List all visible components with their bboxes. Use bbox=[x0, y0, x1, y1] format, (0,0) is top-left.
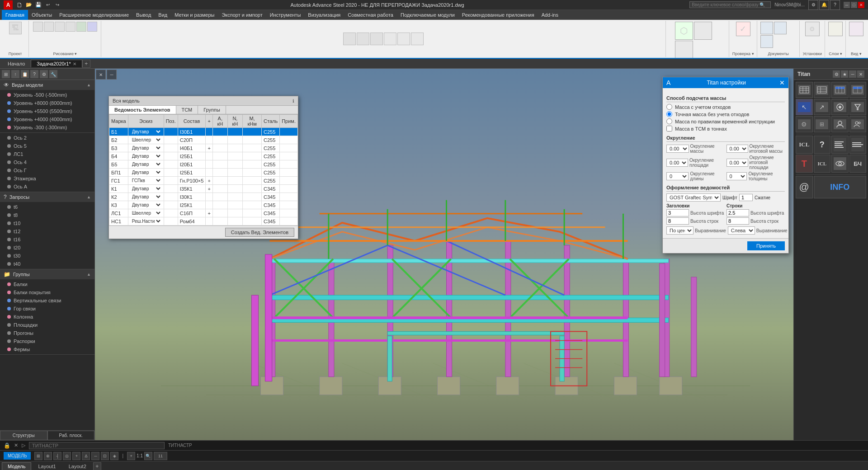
table-row[interactable]: К1ДвутаврI35К1+C345 bbox=[109, 185, 298, 193]
level-8000-item[interactable]: Уровень +8000 (8000mm) bbox=[0, 99, 94, 107]
table-row[interactable]: Б5ДвутаврI20Б1C255 bbox=[109, 160, 298, 169]
accept-btn[interactable]: Принять bbox=[747, 241, 785, 250]
headers-font-h1-input[interactable] bbox=[666, 209, 689, 216]
radio-temp-instr[interactable]: Масса по правилам временной инструкции bbox=[666, 118, 785, 124]
table-row[interactable]: К3ДвутаврI25К1C345 bbox=[109, 201, 298, 209]
ribbon-verify-btn[interactable]: ✓ bbox=[736, 22, 750, 36]
menu-export-import[interactable]: Экспорт и импорт bbox=[218, 10, 266, 20]
table-row[interactable]: Б3ДвутаврI40Б1+C255 bbox=[109, 144, 298, 152]
lp-btn2[interactable]: ↑ bbox=[11, 70, 19, 78]
ribbon-obj-btn4[interactable] bbox=[384, 33, 396, 45]
status-snap-icon[interactable]: ⊕ bbox=[44, 452, 52, 460]
t10-item[interactable]: t10 bbox=[0, 219, 94, 227]
ribbon-obj-btn2[interactable] bbox=[357, 33, 369, 45]
titan-btn-BH[interactable]: БЧ bbox=[849, 155, 867, 173]
create-elements-btn[interactable]: Создать Вед. Элементов bbox=[225, 228, 294, 237]
headers-row-h1-input[interactable] bbox=[666, 217, 689, 225]
ribbon-doc-btn2[interactable] bbox=[774, 22, 787, 34]
lp-btn6[interactable]: 🔧 bbox=[49, 70, 57, 78]
table-row[interactable]: К2ДвутаврI30К1C345 bbox=[109, 193, 298, 201]
table-row[interactable]: НС1Реш.НастилРомб4C345 bbox=[109, 217, 298, 226]
ribbon-obj-btn5[interactable] bbox=[397, 33, 410, 45]
titan-btn-ICL2[interactable]: ICL bbox=[814, 155, 831, 173]
ribbon-project-icon[interactable]: 🏗 bbox=[9, 22, 22, 34]
menu-tools[interactable]: Инструменты bbox=[266, 10, 305, 20]
status-dyn-icon[interactable]: ∆ bbox=[82, 452, 90, 460]
tab-groups[interactable]: Группы bbox=[198, 106, 226, 114]
status-add-icon[interactable]: + bbox=[127, 452, 135, 460]
table-row[interactable]: Б1ДвутаврI30Б1C255 bbox=[109, 128, 298, 136]
titan-btn-select1[interactable]: ↖ bbox=[796, 99, 813, 115]
titan-btn-table4[interactable] bbox=[849, 82, 867, 98]
bottom-tab-model[interactable]: Модель bbox=[2, 462, 31, 470]
table-row[interactable]: Б2ШвеллерC20ПC255 bbox=[109, 136, 298, 144]
round-total-mass-select[interactable]: 0.00 bbox=[726, 145, 748, 153]
lp-btn4[interactable]: ? bbox=[30, 70, 38, 78]
round-length-select[interactable]: 0 bbox=[666, 172, 689, 180]
axis2-item[interactable]: Ось 2 bbox=[0, 134, 94, 142]
titan-btn-table2[interactable] bbox=[814, 82, 831, 98]
qa-new[interactable]: 🗋 bbox=[15, 1, 24, 9]
menu-recommended[interactable]: Рекомендованные приложения bbox=[458, 10, 538, 20]
level-500-item[interactable]: Уровень -500 (-500mm) bbox=[0, 91, 94, 99]
titan-btn-table1[interactable] bbox=[796, 82, 813, 98]
rows-row-h1-input[interactable] bbox=[726, 217, 749, 225]
command-input[interactable] bbox=[29, 442, 165, 449]
dialog-header[interactable]: A Titan настройки ✕ bbox=[663, 77, 788, 88]
ribbon-install-btn[interactable]: ⚙ bbox=[805, 22, 820, 36]
status-zoom-icon[interactable]: 🔍 bbox=[144, 452, 152, 460]
platform-item[interactable]: Площадки bbox=[0, 321, 94, 329]
bottom-tab-layout1[interactable]: Layout1 bbox=[32, 462, 61, 470]
table-row[interactable]: БП1ДвутаврI25Б1C255 bbox=[109, 169, 298, 177]
ribbon-palette-btn[interactable] bbox=[694, 22, 712, 40]
titan-close-icon[interactable]: ✕ bbox=[857, 70, 864, 78]
status-polar-icon[interactable]: ◎ bbox=[63, 452, 71, 460]
round-area-select[interactable]: 0.00 bbox=[666, 159, 688, 167]
hor-links-item[interactable]: Гор связи bbox=[0, 305, 94, 313]
qa-save[interactable]: 💾 bbox=[34, 1, 42, 9]
model-tab-btn[interactable]: МОДЕЛЬ bbox=[4, 452, 31, 460]
titan-btn-list2[interactable] bbox=[849, 136, 867, 154]
menu-collab[interactable]: Совместная работа bbox=[344, 10, 397, 20]
t16-item[interactable]: t16 bbox=[0, 235, 94, 244]
titan-star-icon[interactable]: ★ bbox=[841, 70, 848, 78]
titan-btn-eye[interactable] bbox=[831, 155, 849, 173]
ribbon-doc-btn3[interactable] bbox=[760, 35, 773, 48]
cover-beams-item[interactable]: Балки покрытия bbox=[0, 288, 94, 296]
titan-btn-user2[interactable] bbox=[849, 116, 867, 132]
qa-redo[interactable]: ↪ bbox=[53, 1, 61, 9]
vp-close-btn[interactable]: ✕ bbox=[96, 70, 106, 80]
qa-open[interactable]: 📂 bbox=[25, 1, 33, 9]
settings-icon[interactable]: ⚙ bbox=[808, 0, 818, 10]
maximize-btn[interactable]: □ bbox=[851, 2, 857, 8]
menu-add-ins[interactable]: Add-ins bbox=[538, 10, 562, 20]
t30-item[interactable]: t30 bbox=[0, 252, 94, 260]
ribbon-storage-btn[interactable]: ⬡ bbox=[675, 22, 693, 40]
queries-header[interactable]: ? Запросы ▲ bbox=[0, 192, 94, 202]
purlins-item[interactable]: Прогоны bbox=[0, 329, 94, 337]
ribbon-obj-btn1[interactable] bbox=[343, 33, 356, 45]
model-views-header[interactable]: 👁 Виды модели ▲ bbox=[0, 80, 94, 90]
menu-viz[interactable]: Визуализация bbox=[304, 10, 344, 20]
ribbon-obj-btn6[interactable] bbox=[411, 33, 424, 45]
ribbon-doc-btn1[interactable] bbox=[760, 22, 773, 34]
search-input[interactable] bbox=[692, 2, 760, 7]
axisA-item[interactable]: Ось А bbox=[0, 183, 94, 191]
t12-item[interactable]: t12 bbox=[0, 227, 94, 235]
add-layout-tab[interactable]: + bbox=[93, 462, 101, 470]
ribbon-draw-btn2[interactable] bbox=[44, 22, 54, 32]
axis5-item[interactable]: Ось 5 bbox=[0, 142, 94, 150]
input-x-btn[interactable]: ✕ bbox=[14, 442, 18, 448]
ribbon-draw-btn5[interactable] bbox=[76, 22, 86, 32]
titan-btn-user1[interactable] bbox=[831, 116, 849, 132]
doc-tab-task[interactable]: Задача2020r1* ✕ bbox=[31, 60, 82, 67]
trusses-item[interactable]: Фермы bbox=[0, 345, 94, 353]
vert-links-item[interactable]: Вертикальные связи bbox=[0, 296, 94, 305]
titan-min-icon[interactable]: ─ bbox=[849, 70, 856, 78]
column-item[interactable]: Колонна bbox=[0, 313, 94, 321]
ribbon-draw-btn4[interactable] bbox=[66, 22, 75, 32]
round-mass-select[interactable]: 0.00 bbox=[666, 145, 689, 153]
radio-with-waste[interactable]: Масса с учетом отходов bbox=[666, 104, 785, 110]
rows-align-select[interactable]: Слева bbox=[728, 226, 755, 235]
level-4000-item[interactable]: Уровень +4000 (4000mm) bbox=[0, 115, 94, 123]
